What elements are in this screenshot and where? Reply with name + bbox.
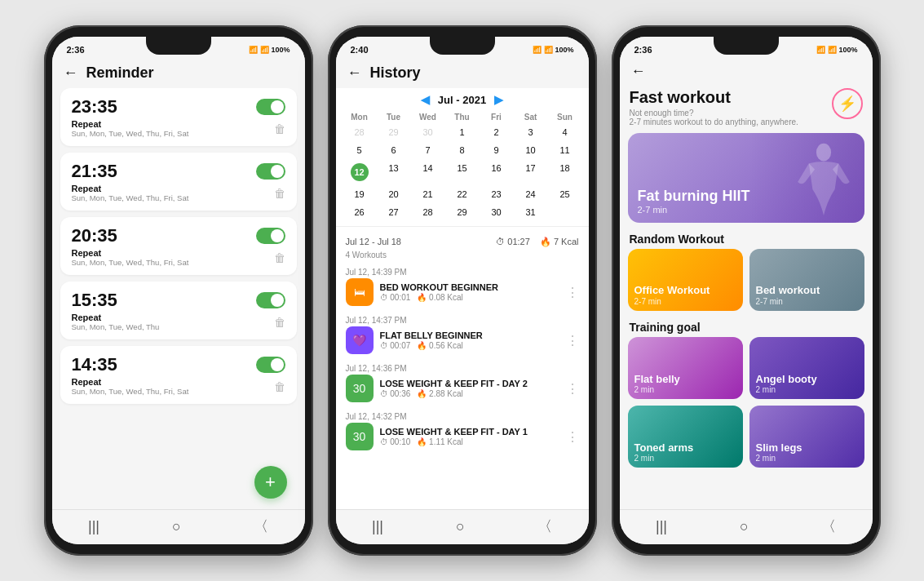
reminder-item[interactable]: 20:35 Repeat Sun, Mon, Tue, Wed, Thu, Fr… [60, 217, 297, 275]
reminder-toggle[interactable] [256, 357, 285, 373]
calendar-day[interactable]: 22 [445, 185, 480, 203]
history-entry[interactable]: Jul 12, 14:39 PM 🛏 BED WORKOUT BEGINNER … [336, 263, 589, 311]
nav-menu-icon-2[interactable]: ||| [372, 518, 383, 535]
calendar-day[interactable]: 24 [514, 185, 548, 203]
calendar-day[interactable]: 23 [480, 185, 514, 203]
reminder-time: 14:35 [72, 354, 285, 375]
calendar-day[interactable]: 21 [411, 185, 445, 203]
entry-more-button[interactable]: ⋮ [566, 285, 579, 300]
add-reminder-button[interactable]: + [254, 466, 287, 499]
prev-month-button[interactable]: ◀ [421, 93, 430, 106]
reminder-toggle[interactable] [256, 99, 285, 115]
history-entry[interactable]: Jul 12, 14:37 PM 💜 FLAT BELLY BEGINNER ⏱… [336, 311, 589, 359]
nav-menu-icon[interactable]: ||| [88, 518, 99, 535]
reminder-time-value: 23:35 [72, 96, 117, 118]
calendar-day[interactable]: 31 [514, 203, 548, 221]
history-entry[interactable]: Jul 12, 14:32 PM 30 LOSE WEIGHT & KEEP F… [336, 407, 589, 455]
back-button-1[interactable]: ← [64, 64, 78, 82]
entry-row: 30 LOSE WEIGHT & KEEP FIT - DAY 2 ⏱ 00:3… [346, 375, 579, 402]
calendar-day[interactable]: 2 [480, 123, 514, 141]
calendar-day[interactable]: 30 [411, 123, 445, 141]
calendar-day[interactable]: 15 [445, 159, 480, 185]
tg-duration: 2 min [756, 454, 802, 463]
delete-reminder-button[interactable]: 🗑 [274, 251, 285, 264]
delete-reminder-button[interactable]: 🗑 [274, 380, 285, 393]
entry-time: ⏱ 00:10 [380, 437, 411, 446]
entry-title: BED WORKOUT BEGINNER [380, 282, 559, 292]
training-goal-card[interactable]: Slim legs 2 min [749, 406, 864, 468]
delete-reminder-button[interactable]: 🗑 [274, 316, 285, 329]
hero-card[interactable]: Fat burning HIIT 2-7 min [628, 133, 864, 223]
calendar-day[interactable]: 18 [548, 159, 582, 185]
tg-title: Angel booty [756, 374, 817, 385]
calendar-day[interactable]: 19 [343, 185, 377, 203]
random-workout-card[interactable]: Office Workout 2-7 min [628, 249, 743, 311]
back-button-3[interactable]: ← [631, 63, 646, 80]
calendar-day[interactable]: 16 [480, 159, 514, 185]
calendar-day[interactable]: 27 [377, 203, 411, 221]
bottom-nav-3: ||| ○ 〈 [620, 509, 873, 544]
nav-home-icon-2[interactable]: ○ [456, 518, 465, 535]
reminder-toggle[interactable] [256, 163, 285, 180]
reminder-item[interactable]: 23:35 Repeat Sun, Mon, Tue, Wed, Thu, Fr… [60, 88, 297, 146]
reminder-toggle[interactable] [256, 228, 285, 244]
entry-more-button[interactable]: ⋮ [566, 381, 579, 397]
calendar-day[interactable]: 3 [514, 123, 548, 141]
nav-back-icon-2[interactable]: 〈 [537, 517, 552, 536]
calendar-day[interactable]: 7 [411, 141, 445, 159]
calendar-day[interactable]: 8 [445, 141, 480, 159]
calendar-day[interactable]: 6 [377, 141, 411, 159]
reminder-time-value: 14:35 [72, 354, 117, 375]
entry-more-button[interactable]: ⋮ [566, 333, 579, 348]
calendar-day[interactable]: 17 [514, 159, 548, 185]
delete-reminder-button[interactable]: 🗑 [274, 122, 285, 135]
delete-reminder-button[interactable]: 🗑 [274, 187, 285, 200]
random-workout-card[interactable]: Bed workout 2-7 min [749, 249, 864, 311]
calendar-day[interactable]: 26 [343, 203, 377, 221]
reminder-repeat-row: Repeat Sun, Mon, Tue, Wed, Thu 🗑 [72, 313, 285, 331]
calendar-day[interactable]: 10 [514, 141, 548, 159]
rw-text: Bed workout 2-7 min [749, 279, 827, 311]
nav-back-icon[interactable]: 〈 [254, 517, 268, 536]
lightning-icon[interactable]: ⚡ [832, 88, 863, 119]
next-month-button[interactable]: ▶ [494, 93, 503, 106]
nav-home-icon-3[interactable]: ○ [740, 518, 749, 535]
calendar-day[interactable]: 29 [445, 203, 480, 221]
calendar-day[interactable]: 28 [343, 123, 377, 141]
calendar-day[interactable]: 30 [480, 203, 514, 221]
tg-text: Flat belly 2 min [628, 369, 687, 399]
calendar-day[interactable]: 28 [411, 203, 445, 221]
reminder-repeat-label: Repeat [72, 184, 189, 193]
nav-menu-icon-3[interactable]: ||| [656, 518, 667, 535]
reminder-repeat-label: Repeat [72, 119, 189, 129]
reminder-item[interactable]: 15:35 Repeat Sun, Mon, Tue, Wed, Thu 🗑 [60, 282, 297, 339]
calendar-day[interactable]: 5 [343, 141, 377, 159]
calendar-day[interactable]: 11 [548, 141, 582, 159]
entry-more-button[interactable]: ⋮ [566, 429, 579, 445]
calendar-day-today[interactable]: 12 [343, 159, 377, 185]
calendar-day[interactable] [548, 203, 582, 221]
entry-time: ⏱ 00:07 [380, 341, 411, 350]
calendar-day[interactable]: 20 [377, 185, 411, 203]
calendar-day[interactable]: 13 [377, 159, 411, 185]
entry-stats: ⏱ 00:10 🔥 1.11 Kcal [380, 437, 559, 446]
reminder-toggle[interactable] [256, 292, 285, 308]
calendar-day[interactable]: 29 [377, 123, 411, 141]
back-button-2[interactable]: ← [347, 64, 362, 82]
history-entry[interactable]: Jul 12, 14:36 PM 30 LOSE WEIGHT & KEEP F… [336, 359, 589, 407]
nav-back-icon-3[interactable]: 〈 [821, 517, 836, 536]
calendar-day[interactable]: 14 [411, 159, 445, 185]
reminder-item[interactable]: 21:35 Repeat Sun, Mon, Tue, Wed, Thu, Fr… [60, 153, 297, 211]
training-goal-card[interactable]: Flat belly 2 min [628, 337, 743, 399]
calendar-day[interactable]: 9 [480, 141, 514, 159]
calendar-dow: Thu [445, 113, 480, 122]
calendar-day[interactable]: 25 [548, 185, 582, 203]
nav-home-icon[interactable]: ○ [172, 518, 181, 535]
calendar-day[interactable]: 1 [445, 123, 480, 141]
phone3-notch [714, 37, 779, 55]
calendar-day[interactable]: 4 [548, 123, 582, 141]
training-goal-card[interactable]: Angel booty 2 min [749, 337, 864, 399]
training-goal-card[interactable]: Toned arms 2 min [628, 406, 743, 468]
reminder-item[interactable]: 14:35 Repeat Sun, Mon, Tue, Wed, Thu, Fr… [60, 346, 297, 404]
calendar-dow: Tue [377, 113, 411, 122]
